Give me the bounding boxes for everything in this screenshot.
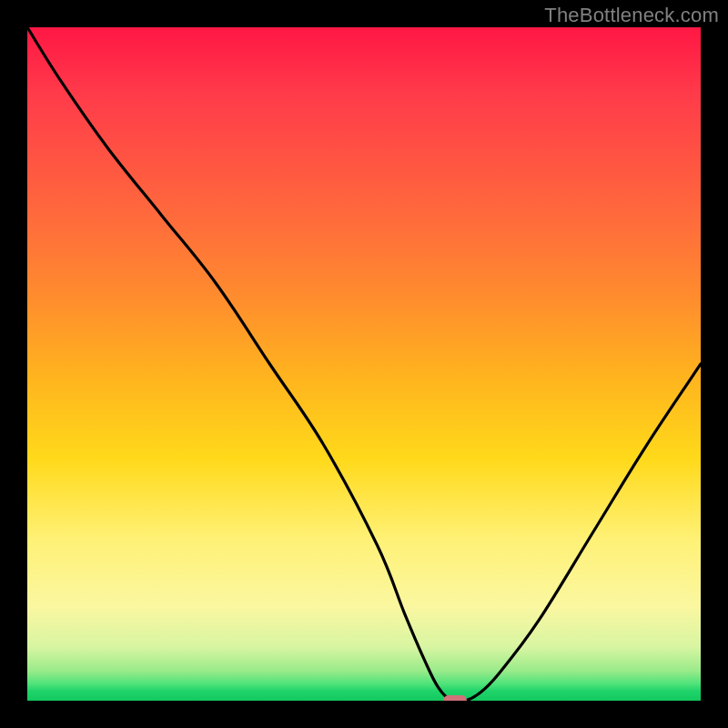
minimum-marker (443, 695, 467, 701)
chart-frame: TheBottleneck.com (0, 0, 728, 728)
watermark-text: TheBottleneck.com (544, 4, 719, 27)
curve-path (27, 27, 701, 701)
plot-area (27, 27, 701, 701)
bottleneck-curve (27, 27, 701, 701)
